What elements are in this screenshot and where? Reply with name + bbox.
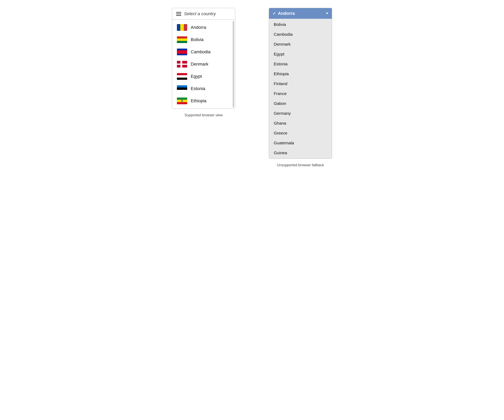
left-panel: Select a country Andorra [163, 8, 244, 117]
flag-cambodia [177, 49, 187, 55]
list-item[interactable]: Ethiopia [172, 95, 235, 107]
country-name: Estonia [191, 86, 205, 91]
option-item[interactable]: Guinea [269, 148, 332, 158]
list-item[interactable]: Bolivia [172, 34, 235, 46]
checkmark-icon: ✓ [273, 11, 276, 16]
right-panel: ✓ Andorra Bolivia Cambodia Denmark Egypt… [260, 8, 341, 167]
country-list: Andorra Bolivia Camb [172, 20, 235, 109]
option-item[interactable]: Estonia [269, 59, 332, 69]
country-name: Ethiopia [191, 98, 207, 104]
list-item[interactable]: Egypt [172, 70, 235, 82]
options-list: Bolivia Cambodia Denmark Egypt Estonia E… [269, 19, 332, 158]
flag-bolivia [177, 36, 187, 43]
option-item[interactable]: Ghana [269, 118, 332, 128]
country-name: Bolivia [191, 37, 204, 42]
dropdown-arrow-icon [326, 13, 328, 14]
selected-option[interactable]: ✓ Andorra [269, 8, 332, 19]
list-item[interactable]: Cambodia [172, 46, 235, 58]
page-wrapper: Select a country Andorra [163, 8, 341, 167]
select-placeholder: Select a country [184, 11, 216, 16]
flag-estonia [177, 85, 187, 92]
native-select[interactable]: ✓ Andorra Bolivia Cambodia Denmark Egypt… [269, 8, 332, 159]
option-item[interactable]: Denmark [269, 39, 332, 49]
select-header[interactable]: Select a country [172, 8, 235, 20]
selected-text: Andorra [278, 11, 295, 16]
left-panel-label: Supported browser view [184, 113, 222, 117]
option-item[interactable]: Guatemala [269, 138, 332, 148]
option-item[interactable]: Finland [269, 79, 332, 89]
option-item[interactable]: Bolivia [269, 20, 332, 29]
option-item[interactable]: Cambodia [269, 29, 332, 39]
flag-denmark [177, 61, 187, 68]
option-item[interactable]: Egypt [269, 49, 332, 59]
country-name: Cambodia [191, 49, 210, 54]
country-name: Denmark [191, 62, 208, 67]
flag-andorra [177, 24, 187, 31]
option-item[interactable]: France [269, 89, 332, 99]
list-item[interactable]: Estonia [172, 82, 235, 95]
option-item[interactable]: Greece [269, 128, 332, 138]
right-panel-label: Unsupported browser fallback [277, 163, 324, 167]
country-name: Andorra [191, 25, 206, 30]
flag-ethiopia [177, 98, 187, 104]
option-item[interactable]: Gabon [269, 99, 332, 108]
country-name: Egypt [191, 74, 202, 79]
option-item[interactable]: Germany [269, 108, 332, 118]
hamburger-icon [176, 12, 181, 16]
custom-select[interactable]: Select a country Andorra [172, 8, 235, 109]
list-item[interactable]: Andorra [172, 21, 235, 34]
list-item[interactable]: Denmark [172, 58, 235, 70]
option-item[interactable]: Ethiopia [269, 69, 332, 79]
flag-egypt [177, 73, 187, 80]
